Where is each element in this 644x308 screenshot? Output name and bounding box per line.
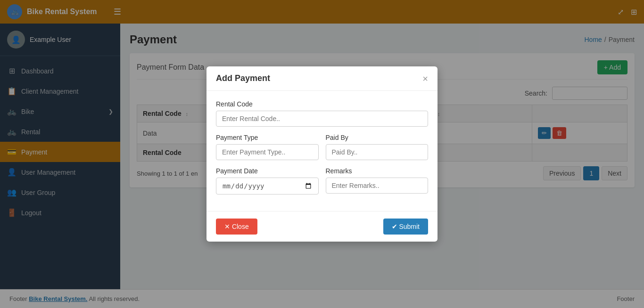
paid-by-input[interactable] (326, 144, 429, 160)
modal-close-x-button[interactable]: × (422, 74, 428, 83)
form-row-1: Payment Type Paid By (216, 134, 428, 167)
modal-footer: ✕ Close ✔ Submit (206, 211, 438, 242)
paid-by-group: Paid By (326, 134, 429, 160)
rental-code-input[interactable] (216, 111, 428, 127)
modal-header: Add Payment × (206, 66, 438, 91)
close-modal-button[interactable]: ✕ Close (216, 219, 257, 235)
payment-date-label: Payment Date (216, 167, 319, 175)
modal-title: Add Payment (216, 73, 270, 83)
submit-button[interactable]: ✔ Submit (383, 219, 428, 235)
payment-date-input[interactable] (216, 178, 319, 195)
rental-code-group: Rental Code (216, 100, 428, 127)
modal-overlay[interactable]: Add Payment × Rental Code Payment Type P… (0, 0, 644, 308)
payment-type-group: Payment Type (216, 134, 319, 160)
add-payment-modal: Add Payment × Rental Code Payment Type P… (206, 66, 438, 242)
remarks-input[interactable] (326, 178, 429, 194)
remarks-label: Remarks (326, 167, 429, 175)
paid-by-label: Paid By (326, 134, 429, 141)
payment-date-group: Payment Date (216, 167, 319, 195)
payment-type-label: Payment Type (216, 134, 319, 141)
remarks-group: Remarks (326, 167, 429, 195)
modal-body: Rental Code Payment Type Paid By Payment… (206, 91, 438, 211)
payment-type-input[interactable] (216, 144, 319, 160)
form-row-2: Payment Date Remarks (216, 167, 428, 202)
rental-code-label: Rental Code (216, 100, 428, 108)
